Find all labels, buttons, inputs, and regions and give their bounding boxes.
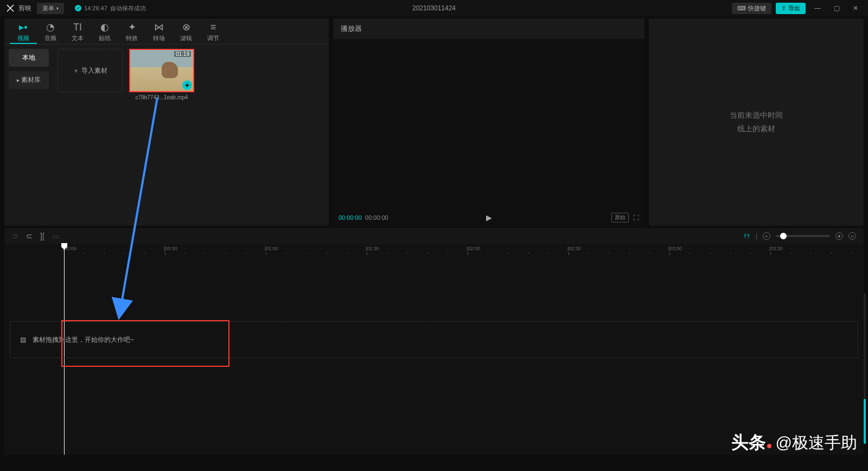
media-grid: ＋ 导入素材 01:19 + c79b7743...1eab.mp4: [53, 44, 329, 226]
volume-meter: [864, 293, 866, 444]
watermark: 头条 @极速手助: [731, 431, 857, 455]
media-panel: ▸▪视频 ◔音频 TI文本 ◐贴纸 ✦特效 ⋈转场 ⊗滤镜 ≡调节 本地 素材库…: [4, 18, 329, 226]
sidenav-library[interactable]: 素材库: [9, 71, 49, 89]
zoom-out-button[interactable]: −: [763, 232, 770, 240]
tab-text[interactable]: TI文本: [64, 22, 91, 44]
filter-icon: ⊗: [182, 22, 190, 33]
timeline-ruler[interactable]: |00:00|00:30|01:00|01:30|02:00|02:30|03:…: [4, 244, 864, 256]
timeline-toolbar: ⊃ ⊂ ]​[ ▭ ⫯⫯ | − + ○: [4, 228, 864, 244]
zoom-in-button[interactable]: +: [835, 232, 843, 240]
magnet-button[interactable]: ⫯⫯: [744, 232, 750, 240]
ruler-tick: |02:30: [569, 246, 582, 251]
player-time-current: 00:00:00: [339, 214, 362, 221]
player-time-total: 00:00:00: [365, 214, 388, 221]
inspector-empty-state: 当前未选中时间 线上的素材: [730, 109, 783, 136]
fullscreen-button[interactable]: ⛶: [633, 214, 639, 221]
split-button[interactable]: ]​[: [40, 232, 44, 240]
ruler-tick: |03:00: [669, 246, 683, 251]
ruler-tick: |00:30: [165, 246, 178, 251]
title-bar: 剪映 菜单 ▾ ✓ 14:26:47 自动保存成功 202103011424 ⌨…: [0, 0, 868, 16]
keyboard-icon: ⌨: [737, 5, 746, 12]
ruler-tick: |01:30: [367, 246, 380, 251]
undo-button[interactable]: ⊃: [12, 232, 18, 240]
app-name: 剪映: [18, 4, 31, 13]
tab-transition[interactable]: ⋈转场: [145, 22, 173, 44]
watermark-author: @极速手助: [776, 432, 857, 454]
tab-adjust[interactable]: ≡调节: [200, 22, 227, 44]
minimize-button[interactable]: —: [810, 2, 825, 14]
toutiao-logo: 头条: [731, 431, 771, 455]
tab-filter[interactable]: ⊗滤镜: [173, 22, 200, 44]
clip-duration: 01:19: [174, 51, 191, 57]
aspect-ratio-button[interactable]: 原始: [611, 213, 629, 222]
tab-video[interactable]: ▸▪视频: [10, 22, 37, 44]
asset-tabs: ▸▪视频 ◔音频 TI文本 ◐贴纸 ✦特效 ⋈转场 ⊗滤镜 ≡调节: [4, 18, 329, 44]
tab-sticker[interactable]: ◐贴纸: [91, 22, 118, 44]
media-clip[interactable]: 01:19 + c79b7743...1eab.mp4: [129, 49, 194, 100]
media-side-nav: 本地 素材库: [4, 44, 53, 226]
add-to-timeline-button[interactable]: +: [182, 80, 192, 90]
ruler-tick: |02:00: [468, 246, 481, 251]
main-area: ▸▪视频 ◔音频 TI文本 ◐贴纸 ✦特效 ⋈转场 ⊗滤镜 ≡调节 本地 素材库…: [0, 16, 868, 228]
ruler-tick: |03:30: [770, 246, 784, 251]
check-icon: ✓: [75, 5, 81, 11]
chevron-down-icon: ▾: [56, 6, 59, 11]
app-logo: 剪映: [5, 3, 31, 13]
hotkey-button[interactable]: ⌨ 快捷键: [732, 3, 771, 14]
player-viewport[interactable]: 00:00:00 00:00:00 ▶ 原始 ⛶: [333, 39, 644, 226]
tab-audio[interactable]: ◔音频: [37, 22, 64, 44]
jianying-logo-icon: [5, 3, 15, 13]
transition-icon: ⋈: [154, 22, 164, 33]
clip-filename: c79b7743...1eab.mp4: [136, 94, 188, 100]
sticker-icon: ◐: [100, 22, 109, 33]
player-title: 播放器: [333, 18, 644, 39]
clip-thumbnail[interactable]: 01:19 +: [129, 49, 194, 92]
plus-icon: ＋: [73, 66, 79, 75]
video-track-empty[interactable]: ▤ 素材拖拽到这里，开始你的大作吧~: [10, 321, 858, 358]
menu-button[interactable]: 菜单 ▾: [37, 3, 64, 14]
effect-icon: ✦: [128, 22, 136, 33]
import-media-button[interactable]: ＋ 导入素材: [58, 49, 123, 92]
audio-icon: ◔: [46, 22, 55, 33]
drop-hint: 素材拖拽到这里，开始你的大作吧~: [33, 335, 134, 345]
film-icon: ▤: [20, 336, 26, 343]
project-title: 202103011424: [412, 4, 456, 12]
close-button[interactable]: ✕: [848, 2, 863, 14]
redo-button[interactable]: ⊂: [26, 232, 33, 240]
player-controls: 00:00:00 00:00:00 ▶ 原始 ⛶: [333, 213, 644, 222]
sidenav-local[interactable]: 本地: [9, 49, 49, 67]
export-icon: ⇪: [781, 5, 786, 12]
delete-button[interactable]: ▭: [52, 232, 59, 240]
timeline[interactable]: |00:00|00:30|01:00|01:30|02:00|02:30|03:…: [4, 244, 864, 455]
text-icon: TI: [73, 22, 82, 33]
zoom-fit-button[interactable]: ○: [848, 232, 856, 240]
video-icon: ▸▪: [19, 22, 27, 33]
ruler-tick: |01:00: [266, 246, 279, 251]
zoom-slider[interactable]: [776, 235, 830, 237]
inspector-panel: 当前未选中时间 线上的素材: [649, 18, 864, 226]
export-button[interactable]: ⇪ 导出: [776, 3, 806, 14]
autosave-status: ✓ 14:26:47 自动保存成功: [75, 4, 146, 12]
player-panel: 播放器 00:00:00 00:00:00 ▶ 原始 ⛶: [333, 18, 644, 226]
tab-effect[interactable]: ✦特效: [118, 22, 145, 44]
maximize-button[interactable]: ▢: [829, 2, 844, 14]
play-button[interactable]: ▶: [486, 213, 492, 222]
adjust-icon: ≡: [210, 22, 216, 33]
